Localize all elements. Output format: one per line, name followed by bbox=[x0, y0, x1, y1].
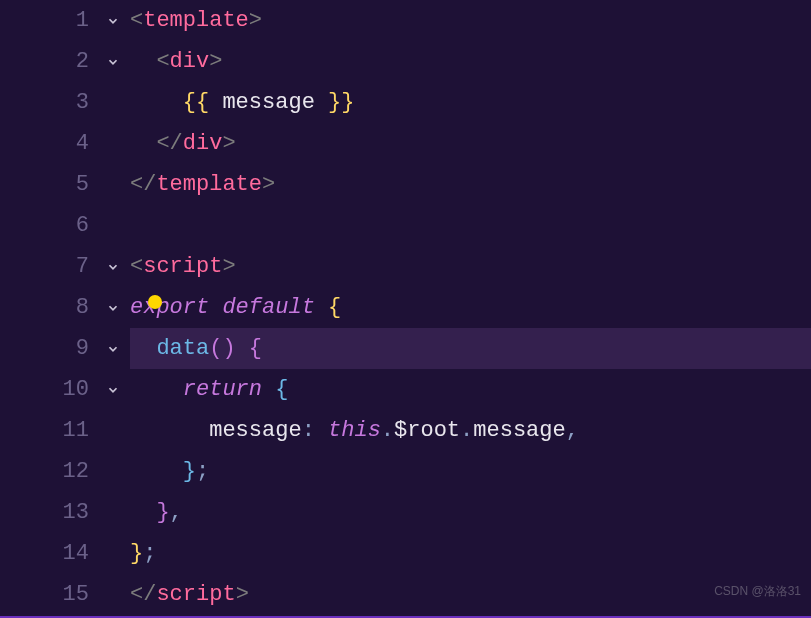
code-line[interactable]: {{ message }} bbox=[130, 82, 811, 123]
token bbox=[236, 336, 249, 361]
code-line[interactable]: <script> bbox=[130, 246, 811, 287]
token: ; bbox=[196, 459, 209, 484]
token: < bbox=[130, 8, 143, 33]
token bbox=[209, 295, 222, 320]
token: < bbox=[130, 254, 143, 279]
token: </ bbox=[130, 582, 156, 607]
token: }} bbox=[328, 90, 354, 115]
token: () bbox=[209, 336, 235, 361]
line-number: 13 bbox=[39, 492, 89, 533]
code-line[interactable]: export default { bbox=[130, 287, 811, 328]
lightbulb-icon[interactable] bbox=[148, 295, 162, 309]
token: data bbox=[156, 336, 209, 361]
line-number: 2 bbox=[39, 41, 89, 82]
token: { bbox=[328, 295, 341, 320]
gutter-line: 9 bbox=[0, 328, 130, 369]
gutter-line: 15 bbox=[0, 574, 130, 615]
token bbox=[130, 131, 156, 156]
watermark: CSDN @洛洛31 bbox=[714, 571, 801, 612]
line-number: 9 bbox=[39, 328, 89, 369]
gutter-line: 4 bbox=[0, 123, 130, 164]
code-editor[interactable]: 123456789101112131415 <template> <div> {… bbox=[0, 0, 811, 618]
chevron-down-icon[interactable] bbox=[104, 381, 122, 399]
token: { bbox=[275, 377, 288, 402]
token: this bbox=[328, 418, 381, 443]
code-line[interactable]: }; bbox=[130, 533, 811, 574]
token: message bbox=[473, 418, 565, 443]
token bbox=[315, 295, 328, 320]
token: script bbox=[143, 254, 222, 279]
line-number: 3 bbox=[39, 82, 89, 123]
chevron-down-icon[interactable] bbox=[104, 53, 122, 71]
token: div bbox=[170, 49, 210, 74]
gutter-line: 12 bbox=[0, 451, 130, 492]
line-number: 1 bbox=[39, 0, 89, 41]
gutter-line: 13 bbox=[0, 492, 130, 533]
token: { bbox=[249, 336, 262, 361]
token: . bbox=[381, 418, 394, 443]
code-line[interactable]: message: this.$root.message, bbox=[130, 410, 811, 451]
token: , bbox=[566, 418, 579, 443]
line-number: 10 bbox=[39, 369, 89, 410]
token: default bbox=[222, 295, 314, 320]
token bbox=[130, 49, 156, 74]
gutter: 123456789101112131415 bbox=[0, 0, 130, 618]
chevron-down-icon[interactable] bbox=[104, 12, 122, 30]
code-line[interactable]: }; bbox=[130, 451, 811, 492]
token: div bbox=[183, 131, 223, 156]
line-number: 6 bbox=[39, 205, 89, 246]
gutter-line: 10 bbox=[0, 369, 130, 410]
token: } bbox=[156, 500, 169, 525]
token: template bbox=[156, 172, 262, 197]
token bbox=[130, 500, 156, 525]
token: > bbox=[222, 254, 235, 279]
gutter-line: 8 bbox=[0, 287, 130, 328]
code-line[interactable]: return { bbox=[130, 369, 811, 410]
chevron-down-icon[interactable] bbox=[104, 258, 122, 276]
token: </ bbox=[130, 172, 156, 197]
chevron-down-icon[interactable] bbox=[104, 299, 122, 317]
token bbox=[130, 459, 183, 484]
gutter-line: 3 bbox=[0, 82, 130, 123]
line-number: 14 bbox=[39, 533, 89, 574]
code-line[interactable]: data() { bbox=[130, 328, 811, 369]
token: : bbox=[302, 418, 315, 443]
token bbox=[130, 418, 209, 443]
code-line[interactable]: </template> bbox=[130, 164, 811, 205]
line-number: 12 bbox=[39, 451, 89, 492]
code-line[interactable]: }, bbox=[130, 492, 811, 533]
gutter-line: 6 bbox=[0, 205, 130, 246]
token: script bbox=[156, 582, 235, 607]
gutter-line: 5 bbox=[0, 164, 130, 205]
chevron-down-icon[interactable] bbox=[104, 340, 122, 358]
code-area[interactable]: <template> <div> {{ message }} </div></t… bbox=[130, 0, 811, 618]
code-line[interactable]: </script> bbox=[130, 574, 811, 615]
token: $root bbox=[394, 418, 460, 443]
gutter-line: 7 bbox=[0, 246, 130, 287]
line-number: 5 bbox=[39, 164, 89, 205]
gutter-line: 14 bbox=[0, 533, 130, 574]
token: } bbox=[183, 459, 196, 484]
gutter-line: 11 bbox=[0, 410, 130, 451]
line-number: 8 bbox=[39, 287, 89, 328]
token: > bbox=[222, 131, 235, 156]
token: template bbox=[143, 8, 249, 33]
line-number: 4 bbox=[39, 123, 89, 164]
code-line[interactable]: <template> bbox=[130, 0, 811, 41]
token: message bbox=[209, 418, 301, 443]
token bbox=[130, 90, 183, 115]
token: , bbox=[170, 500, 183, 525]
token: > bbox=[209, 49, 222, 74]
code-line[interactable] bbox=[130, 205, 811, 246]
token: > bbox=[236, 582, 249, 607]
token: . bbox=[460, 418, 473, 443]
token: {{ bbox=[183, 90, 209, 115]
token: > bbox=[262, 172, 275, 197]
token: ; bbox=[143, 541, 156, 566]
token: return bbox=[183, 377, 262, 402]
code-line[interactable]: <div> bbox=[130, 41, 811, 82]
line-number: 7 bbox=[39, 246, 89, 287]
token: < bbox=[156, 49, 169, 74]
code-line[interactable]: </div> bbox=[130, 123, 811, 164]
line-number: 15 bbox=[39, 574, 89, 615]
